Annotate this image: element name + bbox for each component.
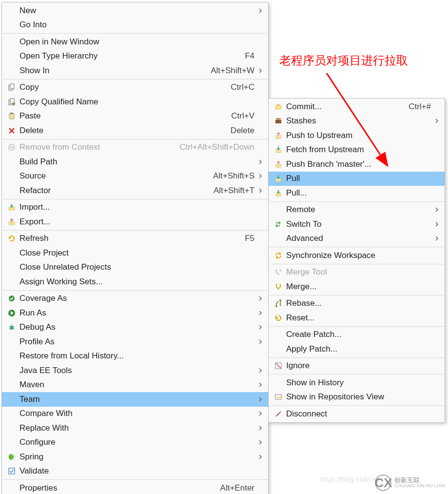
menu-item-merge-tool: Merge Tool (269, 265, 445, 280)
submenu-arrow-icon (256, 188, 264, 193)
menu-item-label: Show In (19, 66, 211, 76)
menu-item-advanced[interactable]: Advanced (269, 232, 445, 246)
menu-item-refresh[interactable]: RefreshF5 (2, 232, 268, 246)
menu-item-pull[interactable]: Pull... (269, 186, 445, 200)
menu-item-restore-from-local-history[interactable]: Restore from Local History... (2, 349, 268, 364)
svg-rect-27 (276, 136, 281, 138)
svg-text:GIT: GIT (276, 395, 282, 399)
menu-item-copy[interactable]: CopyCtrl+C (2, 80, 268, 95)
menu-item-java-ee-tools[interactable]: Java EE Tools (2, 363, 268, 378)
svg-point-32 (275, 305, 277, 307)
menu-item-synchronize-workspace[interactable]: Synchronize Workspace (269, 248, 445, 263)
menu-item-configure[interactable]: Configure (2, 435, 268, 450)
menu-item-replace-with[interactable]: Replace With (2, 421, 268, 435)
menu-item-shortcut: Ctrl+C (231, 82, 256, 92)
menu-item-build-path[interactable]: Build Path (2, 155, 268, 169)
menu-item-commit[interactable]: Commit...Ctrl+# (269, 99, 445, 114)
menu-item-label: Copy Qualified Name (19, 97, 254, 107)
menu-item-refactor[interactable]: RefactorAlt+Shift+T (2, 183, 268, 198)
menu-item-import[interactable]: Import... (2, 200, 268, 215)
menu-item-debug-as[interactable]: Debug As (2, 320, 268, 335)
menu-item-delete[interactable]: DeleteDelete (2, 123, 268, 138)
menu-item-shortcut: F5 (245, 234, 256, 243)
menu-item-ignore[interactable]: Ignore (269, 359, 445, 374)
menu-item-label: Export... (19, 217, 254, 227)
menu-item-label: New (19, 6, 254, 16)
menu-item-shortcut: Delete (231, 126, 256, 136)
menu-item-shortcut: Ctrl+# (409, 102, 433, 112)
menu-item-close-project[interactable]: Close Project (2, 246, 268, 260)
menu-item-label: Advanced (285, 234, 431, 243)
menu-item-disconnect[interactable]: Disconnect (269, 407, 445, 421)
menu-item-shortcut: Alt+Shift+S (213, 171, 256, 181)
submenu-arrow-icon (433, 119, 441, 123)
menu-item-coverage-as[interactable]: Coverage As (2, 292, 268, 306)
menu-separator (269, 295, 444, 296)
menu-item-show-in-history[interactable]: Show in History (269, 375, 445, 390)
menu-item-label: Close Project (19, 248, 254, 258)
menu-item-label: Push to Upstream (285, 131, 431, 140)
menu-item-label: Configure (19, 437, 254, 447)
menu-item-validate[interactable]: Validate (2, 464, 268, 479)
menu-item-properties[interactable]: PropertiesAlt+Enter (2, 481, 268, 494)
menu-item-profile-as[interactable]: Profile As (2, 335, 268, 349)
menu-item-open-type-hierarchy[interactable]: Open Type HierarchyF4 (2, 49, 268, 64)
menu-item-merge[interactable]: Merge... (269, 279, 445, 294)
menu-item-copy-qualified-name[interactable]: Copy Qualified Name (2, 95, 268, 109)
main-context-menu: NewGo IntoOpen in New WindowOpen Type Hi… (1, 2, 269, 494)
menu-item-open-in-new-window[interactable]: Open in New Window (2, 35, 268, 49)
rebase-icon (272, 299, 285, 307)
menu-item-paste[interactable]: PasteCtrl+V (2, 109, 268, 124)
menu-item-show-in[interactable]: Show InAlt+Shift+W (2, 63, 268, 78)
menu-item-new[interactable]: New (2, 3, 268, 18)
menu-item-compare-with[interactable]: Compare With (2, 407, 268, 421)
menu-item-stashes[interactable]: Stashes (269, 114, 445, 129)
menu-item-rebase[interactable]: Rebase... (269, 296, 445, 311)
svg-rect-6 (10, 113, 13, 114)
menu-item-fetch-from-upstream[interactable]: Fetch from Upstream (269, 143, 445, 158)
watermark-url: https://blog.csdn.ne (321, 475, 380, 483)
menu-item-spring[interactable]: Spring (2, 450, 268, 464)
menu-item-remote[interactable]: Remote (269, 203, 445, 217)
menu-item-source[interactable]: SourceAlt+Shift+S (2, 169, 268, 184)
menu-item-push-to-upstream[interactable]: Push to Upstream (269, 128, 445, 143)
submenu-arrow-icon (256, 296, 264, 301)
menu-item-label: Push Branch 'master'... (285, 159, 431, 169)
menu-item-export[interactable]: Export... (2, 215, 268, 229)
menu-item-go-into[interactable]: Go Into (2, 18, 268, 33)
export-icon (5, 218, 19, 226)
menu-item-apply-patch[interactable]: Apply Patch... (269, 342, 445, 356)
menu-item-label: Delete (19, 126, 231, 136)
menu-item-label: Disconnect (285, 409, 431, 419)
menu-item-label: Merge Tool (285, 267, 431, 277)
menu-item-push-branch-master[interactable]: Push Branch 'master'... (269, 157, 445, 172)
menu-item-reset[interactable]: Reset... (269, 311, 445, 325)
menu-item-label: Merge... (285, 282, 431, 292)
menu-item-maven[interactable]: Maven (2, 378, 268, 393)
menu-item-switch-to[interactable]: Switch To (269, 217, 445, 232)
submenu-arrow-icon (256, 339, 264, 344)
menu-separator (269, 264, 444, 264)
submenu-arrow-icon (256, 426, 264, 431)
svg-rect-24 (275, 105, 281, 109)
menu-item-label: Java EE Tools (19, 366, 254, 375)
submenu-arrow-icon (256, 68, 264, 73)
menu-item-close-unrelated-projects[interactable]: Close Unrelated Projects (2, 260, 268, 275)
delete-icon (5, 127, 19, 135)
menu-item-team[interactable]: Team (2, 392, 268, 407)
disconnect-icon (272, 410, 285, 418)
menu-item-assign-working-sets[interactable]: Assign Working Sets... (2, 275, 268, 289)
spring-icon (5, 453, 19, 461)
menu-item-show-in-repositories-view[interactable]: GITShow in Repositories View (269, 390, 445, 405)
menu-item-shortcut: Ctrl+Alt+Shift+Down (179, 142, 256, 152)
menu-item-shortcut: Alt+Enter (220, 483, 256, 493)
menu-item-create-patch[interactable]: Create Patch... (269, 328, 445, 342)
menu-item-label: Go Into (19, 20, 254, 30)
menu-item-pull[interactable]: Pull (269, 172, 445, 186)
menu-item-run-as[interactable]: Run As (2, 306, 268, 320)
ignore-icon (272, 362, 285, 370)
push-branch-icon (272, 160, 285, 168)
menu-item-label: Debug As (19, 322, 254, 332)
svg-line-18 (9, 326, 10, 327)
svg-point-33 (279, 299, 281, 301)
